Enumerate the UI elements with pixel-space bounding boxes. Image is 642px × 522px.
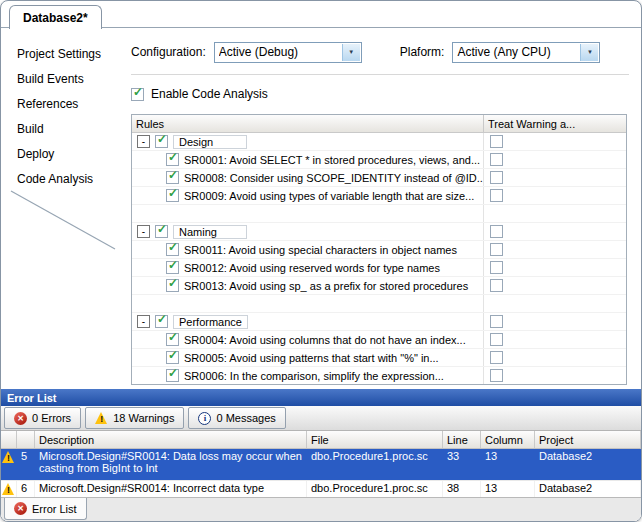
treat-warning-checkbox[interactable]: [490, 153, 503, 166]
check-icon: ✓: [168, 169, 178, 182]
sidebar-item-build-events[interactable]: Build Events: [17, 66, 117, 91]
rule-row: ✓ SR0005: Avoid using patterns that star…: [132, 349, 626, 367]
check-icon: ✓: [168, 187, 178, 200]
messages-filter-button[interactable]: i 0 Messages: [188, 407, 285, 429]
rules-cell: - ✓ Performance: [132, 313, 484, 330]
column-cell: 13: [481, 449, 535, 480]
check-icon: ✓: [157, 223, 167, 236]
rules-table-header: Rules Treat Warning a...: [132, 115, 626, 133]
rules-cell: ✓ SR0009: Avoid using types of variable …: [132, 187, 484, 204]
treat-warning-checkbox[interactable]: [490, 351, 503, 364]
group-checkbox[interactable]: ✓: [155, 225, 168, 238]
sidebar-item-references[interactable]: References: [17, 91, 117, 116]
treat-warning-cell: [484, 205, 626, 222]
configuration-dropdown-button[interactable]: ▼: [342, 44, 360, 61]
warning-icon: !: [95, 412, 108, 424]
treat-warning-checkbox[interactable]: [490, 189, 503, 202]
rule-label: SR0006: In the comparison, simplify the …: [184, 370, 444, 382]
treat-warning-cell: [484, 187, 626, 204]
platform-dropdown-button[interactable]: ▼: [580, 44, 598, 61]
sidebar-item-build[interactable]: Build: [17, 116, 117, 141]
treat-warning-checkbox[interactable]: [490, 261, 503, 274]
rules-cell: ✓ SR0006: In the comparison, simplify th…: [132, 367, 484, 384]
error-row[interactable]: ! 5 Microsoft.Design#SR0014: Data loss m…: [1, 449, 641, 481]
treat-warning-cell: [484, 241, 626, 258]
enable-code-analysis-label: Enable Code Analysis: [151, 87, 268, 101]
rule-checkbox[interactable]: ✓: [166, 261, 179, 274]
chevron-down-icon: ▼: [348, 49, 354, 55]
rule-row: ✓ SR0009: Avoid using types of variable …: [132, 187, 626, 205]
treat-warning-cell: [484, 367, 626, 384]
treat-warning-checkbox[interactable]: [490, 315, 503, 328]
enable-code-analysis-checkbox[interactable]: ✓: [131, 88, 144, 101]
collapse-icon[interactable]: -: [137, 225, 150, 238]
configuration-dropdown[interactable]: Active (Debug) ▼: [214, 42, 362, 63]
treat-warning-checkbox[interactable]: [490, 171, 503, 184]
treat-warning-cell: [484, 295, 626, 312]
platform-dropdown[interactable]: Active (Any CPU) ▼: [452, 42, 600, 63]
warnings-filter-button[interactable]: ! 18 Warnings: [85, 407, 184, 429]
file-column-header[interactable]: File: [307, 431, 443, 448]
sidebar-item-deploy[interactable]: Deploy: [17, 141, 117, 166]
treat-warning-checkbox[interactable]: [490, 333, 503, 346]
rule-checkbox[interactable]: ✓: [166, 171, 179, 184]
rule-checkbox[interactable]: ✓: [166, 369, 179, 382]
treat-warning-cell: [484, 169, 626, 186]
number-column-header[interactable]: [17, 431, 35, 448]
treat-warning-checkbox[interactable]: [490, 225, 503, 238]
rule-checkbox[interactable]: ✓: [166, 153, 179, 166]
rules-table: Rules Treat Warning a... - ✓ Design ✓ SR…: [131, 114, 627, 385]
column-column-header[interactable]: Column: [481, 431, 535, 448]
check-icon: ✓: [157, 313, 167, 326]
treat-warning-checkbox[interactable]: [490, 369, 503, 382]
errors-filter-button[interactable]: ✕ 0 Errors: [4, 407, 81, 429]
treat-warning-cell: [484, 223, 626, 240]
warnings-filter-label: 18 Warnings: [113, 412, 174, 424]
rule-label: SR0012: Avoid using reserved words for t…: [184, 262, 440, 274]
treat-warning-checkbox[interactable]: [490, 243, 503, 256]
treat-warning-cell: [484, 277, 626, 294]
collapse-icon[interactable]: -: [137, 135, 150, 148]
rule-group-row: - ✓ Naming: [132, 223, 626, 241]
rule-group-row: - ✓ Performance: [132, 313, 626, 331]
messages-filter-label: 0 Messages: [216, 412, 275, 424]
rules-cell: ✓ SR0011: Avoid using special characters…: [132, 241, 484, 258]
sidebar-item-code-analysis[interactable]: Code Analysis: [17, 166, 117, 191]
group-label: Naming: [173, 225, 247, 239]
platform-value: Active (Any CPU): [457, 45, 550, 59]
document-tab[interactable]: Database2*: [9, 5, 102, 29]
code-analysis-panel: Configuration: Active (Debug) ▼ Plaform:…: [131, 33, 629, 385]
sidebar: Project Settings Build Events References…: [17, 41, 117, 191]
rules-cell: ✓ SR0013: Avoid using sp_ as a prefix fo…: [132, 277, 484, 294]
rule-checkbox[interactable]: ✓: [166, 189, 179, 202]
rule-row: ✓ SR0006: In the comparison, simplify th…: [132, 367, 626, 384]
rule-checkbox[interactable]: ✓: [166, 351, 179, 364]
minus-glyph: -: [142, 227, 145, 236]
error-list-tab[interactable]: ✕ Error List: [4, 498, 87, 520]
check-icon: ✓: [168, 151, 178, 164]
error-grid-header: Description File Line Column Project: [1, 431, 641, 449]
rule-checkbox[interactable]: ✓: [166, 243, 179, 256]
rule-checkbox[interactable]: ✓: [166, 333, 179, 346]
rule-label: SR0004: Avoid using columns that do not …: [184, 334, 466, 346]
number-cell: 5: [17, 449, 35, 480]
collapse-icon[interactable]: -: [137, 315, 150, 328]
sidebar-item-project-settings[interactable]: Project Settings: [17, 41, 117, 66]
project-cell: Database2: [535, 449, 641, 480]
rule-label: SR0001: Avoid SELECT * in stored procedu…: [184, 154, 480, 166]
line-column-header[interactable]: Line: [443, 431, 481, 448]
rule-checkbox[interactable]: ✓: [166, 279, 179, 292]
treat-warning-cell: [484, 151, 626, 168]
file-cell: dbo.Procedure1.proc.sc: [307, 449, 443, 480]
treat-warning-checkbox[interactable]: [490, 135, 503, 148]
description-column-header[interactable]: Description: [35, 431, 307, 448]
project-column-header[interactable]: Project: [535, 431, 641, 448]
group-checkbox[interactable]: ✓: [155, 135, 168, 148]
rules-cell: ✓ SR0012: Avoid using reserved words for…: [132, 259, 484, 276]
treat-warning-checkbox[interactable]: [490, 279, 503, 292]
severity-cell: !: [1, 449, 17, 480]
rule-label: SR0005: Avoid using patterns that start …: [184, 352, 439, 364]
rule-row: ✓ SR0011: Avoid using special characters…: [132, 241, 626, 259]
group-checkbox[interactable]: ✓: [155, 315, 168, 328]
severity-column-header[interactable]: [1, 431, 17, 448]
